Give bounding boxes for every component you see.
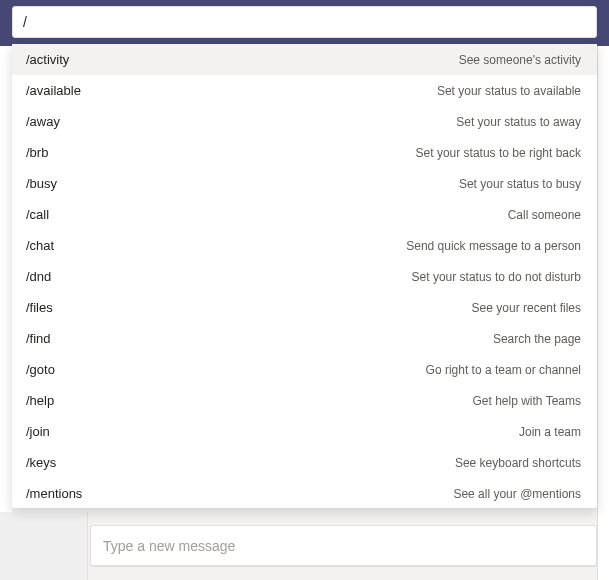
- command-description: Set your status to away: [456, 115, 581, 129]
- command-item[interactable]: /activitySee someone's activity: [12, 44, 597, 75]
- command-description: Set your status to do not disturb: [412, 270, 581, 284]
- command-description: Call someone: [508, 208, 581, 222]
- command-item[interactable]: /brbSet your status to be right back: [12, 137, 597, 168]
- search-wrapper: [12, 6, 597, 38]
- command-name: /join: [26, 424, 50, 439]
- command-name: /activity: [26, 52, 69, 67]
- command-item[interactable]: /findSearch the page: [12, 323, 597, 354]
- command-description: Set your status to be right back: [416, 146, 581, 160]
- command-item[interactable]: /dndSet your status to do not disturb: [12, 261, 597, 292]
- top-bar: [0, 0, 609, 46]
- command-name: /files: [26, 300, 53, 315]
- command-description: Set your status to busy: [459, 177, 581, 191]
- compose-area: [0, 512, 609, 580]
- command-search-input[interactable]: [12, 6, 597, 38]
- command-name: /available: [26, 83, 81, 98]
- message-input[interactable]: [103, 538, 584, 554]
- command-item[interactable]: /availableSet your status to available: [12, 75, 597, 106]
- command-item[interactable]: /mentionsSee all your @mentions: [12, 478, 597, 508]
- command-item[interactable]: /helpGet help with Teams: [12, 385, 597, 416]
- command-dropdown: /activitySee someone's activity/availabl…: [12, 44, 597, 508]
- compose-box[interactable]: [90, 525, 597, 567]
- command-description: Go right to a team or channel: [426, 363, 581, 377]
- command-item[interactable]: /joinJoin a team: [12, 416, 597, 447]
- command-description: See keyboard shortcuts: [455, 456, 581, 470]
- command-item[interactable]: /callCall someone: [12, 199, 597, 230]
- command-description: Search the page: [493, 332, 581, 346]
- right-edge: [597, 46, 609, 580]
- command-item[interactable]: /filesSee your recent files: [12, 292, 597, 323]
- command-description: Join a team: [519, 425, 581, 439]
- left-strip: [0, 46, 12, 580]
- left-rail: [0, 512, 88, 580]
- command-name: /away: [26, 114, 60, 129]
- command-description: Send quick message to a person: [406, 239, 581, 253]
- command-name: /goto: [26, 362, 55, 377]
- command-name: /brb: [26, 145, 48, 160]
- command-name: /mentions: [26, 486, 82, 501]
- command-name: /chat: [26, 238, 54, 253]
- command-name: /help: [26, 393, 54, 408]
- command-name: /keys: [26, 455, 56, 470]
- command-name: /busy: [26, 176, 57, 191]
- command-item[interactable]: /chatSend quick message to a person: [12, 230, 597, 261]
- command-description: See all your @mentions: [453, 487, 581, 501]
- command-description: Get help with Teams: [473, 394, 582, 408]
- command-name: /call: [26, 207, 49, 222]
- command-item[interactable]: /keysSee keyboard shortcuts: [12, 447, 597, 478]
- command-name: /find: [26, 331, 51, 346]
- command-description: See your recent files: [472, 301, 581, 315]
- command-item[interactable]: /gotoGo right to a team or channel: [12, 354, 597, 385]
- command-item[interactable]: /awaySet your status to away: [12, 106, 597, 137]
- command-description: Set your status to available: [437, 84, 581, 98]
- command-item[interactable]: /busySet your status to busy: [12, 168, 597, 199]
- command-name: /dnd: [26, 269, 51, 284]
- command-description: See someone's activity: [459, 53, 581, 67]
